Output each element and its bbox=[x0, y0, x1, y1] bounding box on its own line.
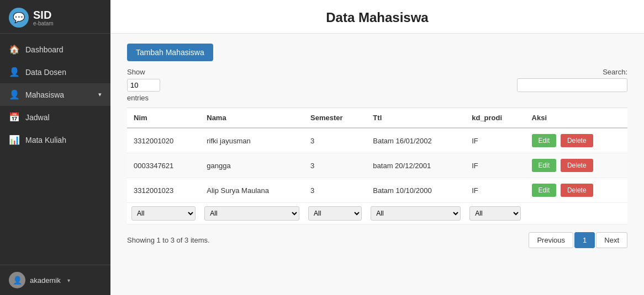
cell-nama: gangga bbox=[200, 153, 304, 178]
logo-sub: e-batam bbox=[33, 20, 54, 26]
cell-kd-prodi: IF bbox=[465, 128, 525, 153]
sidebar-item-dashboard[interactable]: 🏠 Dashboard bbox=[0, 38, 110, 61]
cell-semester: 3 bbox=[304, 128, 366, 153]
cell-nama: rifki jayusman bbox=[200, 128, 304, 153]
filter-row: All All All Al bbox=[127, 203, 627, 224]
calendar-icon: 📅 bbox=[9, 112, 20, 122]
logo-emoji: 💬 bbox=[13, 12, 25, 24]
filter-nama[interactable]: All bbox=[200, 203, 304, 224]
search-input[interactable] bbox=[517, 78, 627, 92]
sidebar: 💬 SID e-batam 🏠 Dashboard 👤 Data Dosen 👤… bbox=[0, 0, 110, 295]
logo-icon: 💬 bbox=[9, 8, 29, 28]
table-row: 3312001023 Alip Surya Maulana 3 Batam 10… bbox=[127, 178, 627, 203]
search-area: Search: bbox=[517, 68, 627, 92]
previous-button[interactable]: Previous bbox=[529, 232, 573, 248]
cell-aksi: Edit Delete bbox=[525, 128, 627, 153]
cell-kd-prodi: IF bbox=[465, 178, 525, 203]
page-1-button[interactable]: 1 bbox=[574, 232, 595, 248]
cell-aksi: Edit Delete bbox=[525, 153, 627, 178]
main-content: Data Mahasiswa Tambah Mahasiswa Show 10 … bbox=[110, 0, 644, 295]
filter-kd-prodi[interactable]: All bbox=[465, 203, 525, 224]
chevron-down-icon: ▾ bbox=[98, 91, 102, 98]
table-row: 3312001020 rifki jayusman 3 Batam 16/01/… bbox=[127, 128, 627, 153]
page-header: Data Mahasiswa bbox=[110, 0, 644, 34]
sidebar-item-data-dosen[interactable]: 👤 Data Dosen bbox=[0, 61, 110, 83]
avatar: 👤 bbox=[9, 272, 25, 288]
mahasiswa-table: Nim Nama Semester Ttl kd_prodi Aksi 3312… bbox=[127, 108, 627, 224]
table-row: 0003347621 gangga 3 batam 20/12/2001 IF … bbox=[127, 153, 627, 178]
table-controls-row: Show 10 entries Search: bbox=[127, 68, 627, 102]
edit-button[interactable]: Edit bbox=[532, 134, 557, 147]
sidebar-item-label: Mahasiswa bbox=[25, 90, 64, 99]
student-icon: 👤 bbox=[9, 89, 20, 100]
col-nama: Nama bbox=[200, 108, 304, 128]
table-header-row: Nim Nama Semester Ttl kd_prodi Aksi bbox=[127, 108, 627, 128]
next-button[interactable]: Next bbox=[596, 232, 627, 248]
delete-button[interactable]: Delete bbox=[561, 159, 593, 172]
user-name: akademik bbox=[30, 276, 61, 285]
sidebar-item-jadwal[interactable]: 📅 Jadwal bbox=[0, 106, 110, 128]
filter-nama-select[interactable]: All bbox=[204, 206, 299, 221]
filter-kd-prodi-select[interactable]: All bbox=[469, 206, 520, 221]
filter-nim-select[interactable]: All bbox=[131, 206, 196, 221]
search-label: Search: bbox=[603, 68, 627, 76]
sidebar-item-label: Jadwal bbox=[25, 113, 50, 122]
edit-button[interactable]: Edit bbox=[532, 159, 557, 172]
edit-button[interactable]: Edit bbox=[532, 184, 557, 197]
cell-kd-prodi: IF bbox=[465, 153, 525, 178]
filter-semester-select[interactable]: All bbox=[308, 206, 362, 221]
show-entries-input[interactable]: 10 bbox=[127, 79, 160, 92]
user-menu[interactable]: 👤 akademik ▾ bbox=[0, 265, 110, 295]
filter-nim[interactable]: All bbox=[127, 203, 200, 224]
cell-nim: 0003347621 bbox=[127, 153, 200, 178]
pagination-controls: Previous 1 Next bbox=[529, 232, 627, 248]
filter-aksi-empty bbox=[525, 203, 627, 224]
delete-button[interactable]: Delete bbox=[561, 134, 593, 147]
cell-ttl: Batam 16/01/2002 bbox=[366, 128, 465, 153]
cell-nama: Alip Surya Maulana bbox=[200, 178, 304, 203]
col-nim: Nim bbox=[127, 108, 200, 128]
cell-ttl: batam 20/12/2001 bbox=[366, 153, 465, 178]
col-aksi: Aksi bbox=[525, 108, 627, 128]
cell-semester: 3 bbox=[304, 178, 366, 203]
cell-ttl: Batam 10/10/2000 bbox=[366, 178, 465, 203]
pagination-area: Showing 1 to 3 of 3 items. Previous 1 Ne… bbox=[127, 232, 627, 248]
user-dropdown-icon: ▾ bbox=[67, 277, 70, 283]
cell-nim: 3312001023 bbox=[127, 178, 200, 203]
col-kd-prodi: kd_prodi bbox=[465, 108, 525, 128]
page-title: Data Mahasiswa bbox=[127, 10, 627, 25]
show-entries-control: Show 10 entries bbox=[127, 68, 160, 102]
chart-icon: 📊 bbox=[9, 135, 20, 145]
col-semester: Semester bbox=[304, 108, 366, 128]
sidebar-item-label: Data Dosen bbox=[25, 68, 66, 77]
home-icon: 🏠 bbox=[9, 44, 20, 55]
cell-aksi: Edit Delete bbox=[525, 178, 627, 203]
cell-semester: 3 bbox=[304, 153, 366, 178]
sidebar-nav: 🏠 Dashboard 👤 Data Dosen 👤 Mahasiswa ▾ 📅… bbox=[0, 34, 110, 265]
filter-semester[interactable]: All bbox=[304, 203, 366, 224]
content-area: Tambah Mahasiswa Show 10 entries Search:… bbox=[110, 34, 644, 258]
showing-text: Showing 1 to 3 of 3 items. bbox=[127, 236, 210, 244]
show-label: Show bbox=[127, 68, 160, 76]
sidebar-item-mahasiswa[interactable]: 👤 Mahasiswa ▾ bbox=[0, 83, 110, 106]
logo-text: SID bbox=[33, 9, 54, 22]
sidebar-item-label: Mata Kuliah bbox=[25, 136, 66, 144]
entries-label: entries bbox=[127, 94, 160, 102]
cell-nim: 3312001020 bbox=[127, 128, 200, 153]
col-ttl: Ttl bbox=[366, 108, 465, 128]
sidebar-item-label: Dashboard bbox=[25, 45, 64, 54]
sidebar-item-mata-kuliah[interactable]: 📊 Mata Kuliah bbox=[0, 128, 110, 151]
delete-button[interactable]: Delete bbox=[561, 184, 593, 197]
filter-ttl[interactable]: All bbox=[366, 203, 465, 224]
person-icon: 👤 bbox=[9, 67, 20, 77]
sidebar-logo: 💬 SID e-batam bbox=[0, 0, 110, 34]
add-mahasiswa-button[interactable]: Tambah Mahasiswa bbox=[127, 44, 213, 61]
filter-ttl-select[interactable]: All bbox=[371, 206, 461, 221]
